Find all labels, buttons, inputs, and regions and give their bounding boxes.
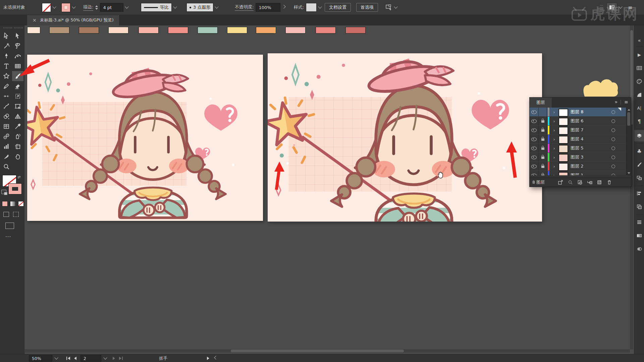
eraser-tool-icon[interactable] (12, 81, 23, 91)
knife-tool-icon[interactable] (1, 152, 12, 162)
chevron-down-icon[interactable] (54, 356, 58, 359)
hand-tool-icon[interactable] (12, 152, 23, 162)
panel-grip[interactable] (3, 27, 13, 28)
layer-name[interactable]: 图层 1 (571, 171, 583, 175)
palette-swatch[interactable] (345, 27, 366, 34)
layer-thumbnail[interactable] (558, 154, 568, 162)
artboard-2[interactable] (268, 53, 542, 222)
expand-panels-icon[interactable]: « (634, 35, 644, 46)
target-circle-icon[interactable] (611, 119, 615, 123)
hamburger-menu-icon[interactable]: ≡ (628, 4, 632, 11)
palette-swatch[interactable] (139, 27, 159, 34)
shape-tool-icon[interactable] (1, 71, 12, 81)
new-sublayer-icon[interactable] (587, 180, 592, 185)
draw-behind-icon[interactable] (13, 212, 19, 217)
artboards-panel-icon[interactable] (634, 172, 644, 184)
transparency-panel-icon[interactable] (634, 243, 644, 255)
expand-arrow-icon[interactable]: › (551, 117, 557, 125)
document-setup-button[interactable]: 文档设置 (325, 3, 351, 12)
fill-color-control[interactable] (42, 0, 56, 15)
palette-swatch[interactable] (108, 27, 128, 34)
scrollbar-thumb[interactable] (627, 112, 630, 126)
palette-swatch[interactable] (49, 27, 69, 34)
swatches-panel-icon[interactable] (634, 62, 644, 74)
shape-builder-tool-icon[interactable] (1, 111, 12, 121)
color-guide-panel-icon[interactable] (634, 89, 644, 101)
scroll-down-icon[interactable] (628, 172, 630, 174)
visibility-eye-icon[interactable] (531, 137, 537, 141)
layer-row[interactable]: › 图层 5 (530, 144, 626, 153)
palette-swatch[interactable] (79, 27, 99, 34)
slice-tool-icon[interactable] (12, 141, 23, 152)
chevron-right-icon[interactable] (282, 5, 286, 8)
locate-object-icon[interactable] (568, 180, 573, 185)
chevron-down-icon[interactable] (619, 5, 622, 8)
visibility-eye-icon[interactable] (531, 165, 537, 168)
panel-toggle[interactable] (606, 0, 622, 15)
scroll-up-icon[interactable] (628, 109, 630, 111)
fill-none-swatch[interactable] (42, 3, 51, 12)
stroke-color-control[interactable] (61, 0, 75, 15)
lock-icon[interactable] (541, 157, 544, 159)
symbol-sprayer-tool-icon[interactable] (12, 131, 23, 141)
pathfinder-panel-icon[interactable] (634, 201, 644, 213)
expand-arrow-icon[interactable]: › (551, 171, 557, 175)
expand-arrow-icon[interactable]: › (551, 135, 557, 143)
chevron-left-icon[interactable] (214, 356, 218, 359)
expand-arrow-icon[interactable]: › (551, 144, 557, 153)
chevron-down-icon[interactable] (52, 5, 56, 8)
first-artboard-button[interactable] (66, 357, 70, 360)
stroke-label[interactable]: 描边: (83, 4, 93, 11)
gradient-panel-icon[interactable] (634, 230, 644, 241)
expand-arrow-icon[interactable]: › (551, 153, 557, 162)
layer-row[interactable]: › 图层 1 (530, 171, 626, 175)
expand-arrow-icon[interactable]: › (551, 108, 557, 116)
symbols-panel-icon[interactable]: ♣ (634, 145, 644, 157)
chevron-down-icon[interactable] (103, 356, 107, 359)
bar-menu[interactable]: ≡ (628, 0, 632, 15)
appearance-panel-icon[interactable] (634, 217, 644, 228)
preferences[interactable]: 首选项 (356, 0, 378, 15)
close-icon[interactable]: × (33, 17, 37, 23)
next-artboard-button[interactable] (113, 357, 115, 360)
chevron-down-icon[interactable] (125, 5, 129, 8)
chevron-down-icon[interactable] (318, 5, 322, 8)
layers-scrollbar[interactable] (626, 108, 631, 175)
document-setup[interactable]: 文档设置 (325, 0, 351, 15)
layer-name[interactable]: 图层 6 (571, 117, 583, 125)
layer-thumbnail[interactable] (558, 127, 568, 135)
previous-artboard-button[interactable] (74, 357, 76, 360)
fill-stroke-indicator[interactable]: ⇄ (0, 175, 24, 199)
artboard-number-field[interactable]: 2 (80, 355, 101, 362)
palette-swatch[interactable] (198, 27, 218, 34)
type-tool-icon[interactable] (1, 61, 12, 71)
layer-row[interactable]: › 图层 8 (530, 108, 626, 117)
color-button[interactable] (2, 201, 8, 206)
chevron-down-icon[interactable] (394, 5, 397, 8)
stroke-color-indicator[interactable] (9, 184, 21, 194)
stroke-stepper[interactable] (95, 5, 98, 10)
layer-row[interactable]: › 图层 4 (530, 135, 626, 144)
lasso-tool-icon[interactable] (12, 41, 23, 51)
column-graph-tool-icon[interactable] (1, 141, 12, 152)
pen-tool-icon[interactable] (1, 51, 12, 61)
target-circle-icon[interactable] (611, 110, 615, 114)
layer-name[interactable]: 图层 7 (571, 126, 583, 134)
last-artboard-button[interactable] (119, 357, 123, 360)
eyedropper-tool-icon[interactable] (12, 121, 23, 131)
character-panel-icon[interactable]: A| (634, 103, 644, 114)
target-circle-icon[interactable] (611, 174, 615, 175)
draw-normal-icon[interactable] (3, 212, 9, 217)
workspace-switcher[interactable] (386, 0, 397, 15)
pencil-tool-icon[interactable] (1, 81, 12, 91)
clipping-mask-icon[interactable] (578, 180, 583, 185)
palette-swatch[interactable] (227, 27, 247, 34)
target-circle-icon[interactable] (611, 146, 615, 150)
visibility-eye-icon[interactable] (531, 128, 537, 132)
palette-swatch[interactable] (168, 27, 188, 34)
stroke-color-swatch[interactable] (61, 3, 70, 12)
none-button[interactable] (18, 201, 24, 206)
layers-panel-icon[interactable] (634, 130, 644, 141)
visibility-eye-icon[interactable] (531, 174, 537, 176)
document-tab[interactable]: × 未标题-3.ai* @ 50% (RGB/GPU 预览) (27, 15, 119, 25)
